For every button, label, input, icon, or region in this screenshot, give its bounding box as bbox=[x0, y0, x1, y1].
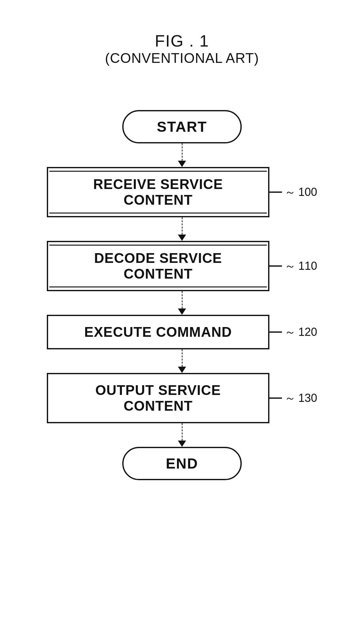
step-130-notch: ～ 130 bbox=[269, 391, 317, 406]
step-110-row: DECODE SERVICE CONTENT ～ 110 bbox=[47, 241, 317, 291]
connector-line bbox=[182, 143, 183, 161]
arrow-head bbox=[178, 441, 186, 447]
step-100-row: RECEIVE SERVICE CONTENT ～ 100 bbox=[47, 167, 317, 217]
step-130-box: OUTPUT SERVICE CONTENT bbox=[47, 373, 269, 423]
connector-line bbox=[182, 423, 183, 441]
connector-line bbox=[182, 349, 183, 367]
step-100-number: ～ bbox=[284, 185, 296, 200]
arrow-100-to-110 bbox=[178, 217, 186, 241]
step-100-box: RECEIVE SERVICE CONTENT bbox=[47, 167, 269, 217]
notch-bar bbox=[269, 397, 282, 399]
step-130-row: OUTPUT SERVICE CONTENT ～ 130 bbox=[47, 373, 317, 423]
step-130-label: OUTPUT SERVICE CONTENT bbox=[95, 382, 221, 414]
step-100-num-val: 100 bbox=[298, 186, 317, 199]
end-node: END bbox=[122, 447, 242, 480]
step-120-notch: ～ 120 bbox=[269, 325, 317, 340]
step-120-num-val: 120 bbox=[298, 325, 317, 339]
step-120-box: EXECUTE COMMAND bbox=[47, 315, 269, 349]
arrow-130-to-end bbox=[178, 423, 186, 447]
title-block: FIG . 1 (CONVENTIONAL ART) bbox=[105, 31, 259, 66]
title-line2: (CONVENTIONAL ART) bbox=[105, 50, 259, 66]
flowchart: START RECEIVE SERVICE CONTENT ～ 100 D bbox=[41, 110, 323, 480]
step-100-notch: ～ 100 bbox=[269, 185, 317, 200]
connector-line bbox=[182, 291, 183, 308]
notch-bar bbox=[269, 265, 282, 267]
arrow-head bbox=[178, 308, 186, 315]
arrow-head bbox=[178, 367, 186, 373]
title-line1: FIG . 1 bbox=[105, 31, 259, 50]
notch-bar bbox=[269, 331, 282, 333]
step-130-num-val: 130 bbox=[298, 391, 317, 405]
arrow-start-to-100 bbox=[178, 143, 186, 167]
step-110-notch: ～ 110 bbox=[269, 258, 317, 274]
step-120-tilde: ～ bbox=[284, 325, 296, 340]
step-130-tilde: ～ bbox=[284, 391, 296, 406]
step-110-num-val: 110 bbox=[298, 259, 317, 273]
step-120-label: EXECUTE COMMAND bbox=[84, 324, 232, 340]
step-100-label: RECEIVE SERVICE CONTENT bbox=[93, 176, 223, 208]
start-node: START bbox=[122, 110, 242, 143]
arrow-110-to-120 bbox=[178, 291, 186, 315]
arrow-head bbox=[178, 235, 186, 241]
connector-line bbox=[182, 217, 183, 235]
notch-bar bbox=[269, 192, 282, 193]
arrow-head bbox=[178, 161, 186, 167]
step-110-tilde: ～ bbox=[284, 258, 296, 274]
page: FIG . 1 (CONVENTIONAL ART) START RECEIVE… bbox=[0, 13, 364, 644]
step-110-label: DECODE SERVICE CONTENT bbox=[94, 250, 222, 281]
step-120-row: EXECUTE COMMAND ～ 120 bbox=[47, 315, 317, 349]
step-110-box: DECODE SERVICE CONTENT bbox=[47, 241, 269, 291]
arrow-120-to-130 bbox=[178, 349, 186, 373]
